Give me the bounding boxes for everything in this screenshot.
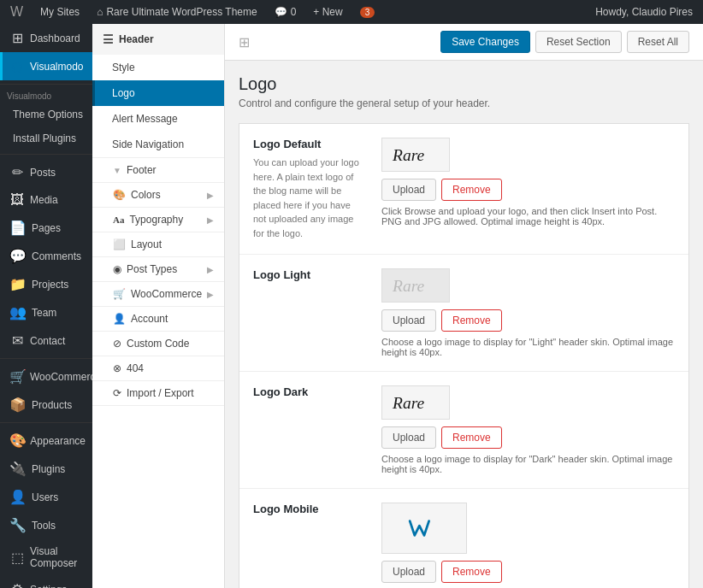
tools-icon: 🔧: [9, 517, 27, 533]
sidebar-item-woocommerce[interactable]: 🛒 WooCommerce: [0, 362, 92, 391]
sidebar-item-plugins[interactable]: 🔌 Plugins: [0, 455, 92, 483]
theme-item-side-navigation[interactable]: Side Navigation: [92, 132, 224, 157]
theme-item-alert-message[interactable]: Alert Message: [92, 106, 224, 132]
sidebar-item-projects[interactable]: 📁 Projects: [0, 270, 92, 298]
sidebar-item-visualmodo[interactable]: ◉ Visualmodo: [0, 52, 92, 80]
woocommerce-theme-label: WooCommerce: [131, 288, 202, 300]
post-types-section-toggle[interactable]: ◉ Post Types ▶: [92, 257, 224, 281]
logo-default-actions: Upload Remove: [381, 179, 675, 201]
sidebar-item-pages[interactable]: 📄 Pages: [0, 214, 92, 242]
theme-section-header: ☰ Header Style Logo Alert Message Side N…: [92, 24, 224, 158]
vm-logo-svg: [399, 516, 450, 540]
sidebar-label-settings: Settings: [30, 584, 67, 589]
footer-chevron-icon: ▼: [113, 166, 121, 175]
media-icon: 🖼: [9, 192, 25, 208]
theme-sidebar: ☰ Header Style Logo Alert Message Side N…: [92, 24, 225, 588]
logo-light-note: Choose a logo image to display for "Ligh…: [381, 337, 675, 357]
comments-icon: 💬: [9, 248, 27, 264]
wp-icon: W: [10, 4, 23, 20]
typography-icon: Aa: [113, 215, 124, 225]
sidebar-item-comments[interactable]: 💬 Comments: [0, 242, 92, 270]
theme-section-404: ⊗ 404: [92, 356, 224, 381]
header-section-toggle[interactable]: ☰ Header: [92, 24, 224, 55]
custom-code-section-toggle[interactable]: ⊘ Custom Code: [92, 332, 224, 356]
appearance-icon: 🎨: [9, 432, 25, 449]
my-sites-item[interactable]: My Sites: [37, 0, 83, 24]
users-icon: 👤: [9, 489, 27, 505]
sidebar-item-settings[interactable]: ⚙ Settings: [0, 575, 92, 588]
import-export-section-toggle[interactable]: ⟳ Import / Export: [92, 381, 224, 405]
layout-section-toggle[interactable]: ⬜ Layout: [92, 232, 224, 256]
logo-light-preview: Rare: [381, 268, 450, 303]
reset-all-top-button[interactable]: Reset All: [627, 31, 689, 53]
upload-dark-button[interactable]: Upload: [381, 426, 436, 449]
sidebar-item-theme-options[interactable]: Theme Options: [0, 103, 92, 126]
site-name-label: Rare Ultimate WordPress Theme: [106, 6, 257, 18]
typography-section-toggle[interactable]: Aa Typography ▶: [92, 208, 224, 232]
reset-section-top-button[interactable]: Reset Section: [535, 31, 622, 53]
notif-badge: 3: [360, 7, 375, 18]
comment-count-item[interactable]: 💬 0: [271, 0, 300, 24]
logo-dark-row: Logo Dark Rare Upload Remove Choose a lo: [239, 372, 688, 489]
sidebar-item-visual-composer[interactable]: ⬚ Visual Composer: [0, 539, 92, 575]
save-changes-top-button[interactable]: Save Changes: [440, 31, 530, 53]
logo-default-preview: Rare: [381, 138, 450, 172]
admin-bar: W My Sites ⌂ Rare Ultimate WordPress The…: [0, 0, 703, 24]
theme-section-import-export: ⟳ Import / Export: [92, 381, 224, 406]
page-title: Logo: [239, 74, 689, 94]
404-section-toggle[interactable]: ⊗ 404: [92, 356, 224, 380]
logo-default-label: Logo Default: [253, 138, 364, 150]
sidebar-item-appearance[interactable]: 🎨 Appearance: [0, 426, 92, 455]
theme-item-logo[interactable]: Logo: [92, 80, 224, 106]
woocommerce-section-toggle[interactable]: 🛒 WooCommerce ▶: [92, 282, 224, 306]
settings-icon: ⚙: [9, 581, 25, 588]
sidebar-item-media[interactable]: 🖼 Media: [0, 186, 92, 214]
account-section-toggle[interactable]: 👤 Account: [92, 307, 224, 331]
logo-dark-preview: Rare: [381, 385, 450, 420]
home-icon: ⌂: [97, 6, 103, 18]
remove-dark-button[interactable]: Remove: [441, 426, 502, 449]
logo-light-row: Logo Light Rare Upload Remove Choose a l: [239, 255, 688, 372]
new-label: + New: [313, 6, 342, 18]
colors-icon: 🎨: [113, 189, 126, 201]
remove-default-button[interactable]: Remove: [441, 179, 502, 201]
theme-section-post-types: ◉ Post Types ▶: [92, 257, 224, 282]
logo-dark-actions: Upload Remove: [381, 426, 675, 449]
my-sites-label: My Sites: [40, 6, 80, 18]
sidebar-divider-4: [0, 422, 92, 423]
sidebar-item-install-plugins[interactable]: Install Plugins: [0, 126, 92, 150]
new-item[interactable]: + New: [310, 0, 346, 24]
remove-mobile-button[interactable]: Remove: [441, 561, 502, 583]
sidebar-label-posts: Posts: [30, 167, 56, 179]
svg-text:Rare: Rare: [392, 394, 425, 412]
import-export-label: Import / Export: [127, 387, 194, 399]
upload-light-button[interactable]: Upload: [381, 309, 436, 332]
sidebar-label-woocommerce: WooCommerce: [30, 371, 92, 383]
sidebar-item-contact[interactable]: ✉ Contact: [0, 326, 92, 355]
wp-logo-item[interactable]: W: [7, 0, 27, 24]
sidebar-item-users[interactable]: 👤 Users: [0, 483, 92, 511]
logo-default-label-col: Logo Default You can upload your logo he…: [253, 138, 364, 240]
upload-default-button[interactable]: Upload: [381, 179, 436, 201]
footer-section-toggle[interactable]: ▼ Footer: [92, 158, 224, 182]
sidebar-item-team[interactable]: 👥 Team: [0, 298, 92, 326]
header-section-label: Header: [119, 33, 154, 45]
sidebar-label-dashboard: Dashboard: [30, 32, 80, 44]
howdy-item[interactable]: Howdy, Claudio Pires: [592, 0, 696, 24]
custom-code-label: Custom Code: [127, 338, 189, 350]
sidebar-item-products[interactable]: 📦 Products: [0, 391, 92, 419]
upload-mobile-button[interactable]: Upload: [381, 561, 436, 583]
theme-item-style[interactable]: Style: [92, 55, 224, 80]
sidebar-divider-1: [0, 84, 92, 85]
site-name-item[interactable]: ⌂ Rare Ultimate WordPress Theme: [93, 0, 261, 24]
sidebar-item-posts[interactable]: ✏ Posts: [0, 158, 92, 186]
colors-section-toggle[interactable]: 🎨 Colors ▶: [92, 183, 224, 207]
notif-item[interactable]: 3: [357, 0, 379, 24]
colors-label: Colors: [131, 189, 161, 201]
sidebar-item-tools[interactable]: 🔧 Tools: [0, 511, 92, 539]
sidebar-item-dashboard[interactable]: ⊞ Dashboard: [0, 24, 92, 52]
sidebar-label-install-plugins: Install Plugins: [13, 132, 76, 144]
header-section-items: Style Logo Alert Message Side Navigation: [92, 55, 224, 157]
remove-light-button[interactable]: Remove: [441, 309, 502, 332]
left-sidebar: ⊞ Dashboard ◉ Visualmodo Visualmodo Them…: [0, 24, 92, 588]
